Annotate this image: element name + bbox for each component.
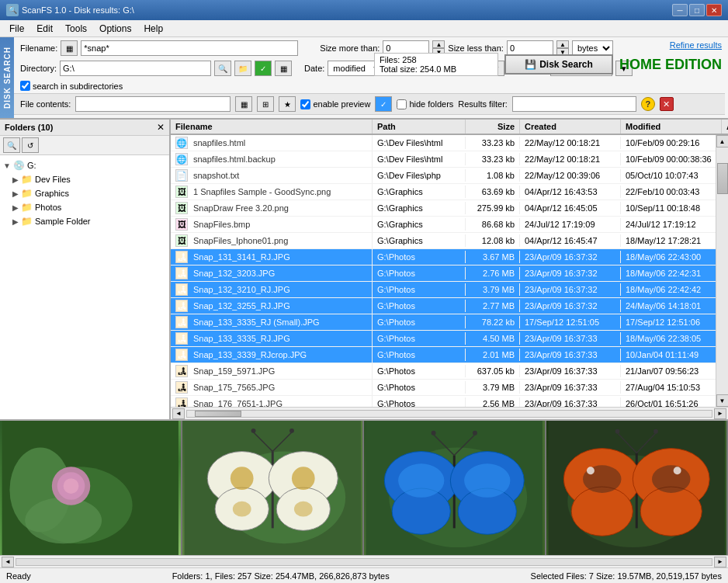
tree-item-g[interactable]: ▼ 💿 G: [0, 158, 169, 172]
file-cell-path: G:\Photos [373, 283, 466, 296]
table-row[interactable]: 🏞 Snap_175_7565.JPG G:\Photos 3.79 MB 23… [171, 380, 716, 396]
table-row[interactable]: 🏞 Snap_131_3141_RJ.JPG G:\Photos 3.67 MB… [171, 249, 716, 265]
svg-point-30 [464, 463, 510, 497]
menu-tools[interactable]: Tools [59, 22, 93, 35]
file-cell-name: 🏞 Snap_132_3210_RJ.JPG [171, 282, 373, 297]
close-button[interactable]: ✕ [706, 4, 722, 16]
table-row[interactable]: 🏞 Snap_133_3335_RJ (Small).JPG G:\Photos… [171, 314, 716, 331]
col-header-created[interactable]: Created [520, 120, 621, 134]
scroll-thumb[interactable] [717, 163, 728, 194]
menu-edit[interactable]: Edit [30, 22, 59, 35]
file-cell-path: G:\Graphics [373, 234, 466, 247]
dir-btn1[interactable]: 🔍 [214, 61, 231, 76]
tree-item-label: Photos [35, 203, 61, 212]
file-cell-modified: 10/Jan/04 01:11:49 [621, 349, 716, 361]
file-cell-name: 🏞 Snap_176_7651-1.JPG [171, 396, 373, 407]
file-cell-created: 23/Apr/09 16:37:32 [520, 267, 621, 279]
h-scroll-thumb[interactable] [195, 411, 241, 417]
bottom-hscroll[interactable]: ◄ ► [0, 555, 728, 567]
dir-btn3[interactable]: ✓ [255, 61, 272, 76]
scroll-up-btn[interactable]: ▲ [716, 135, 729, 147]
help-icon[interactable]: ? [641, 97, 655, 111]
dir-btn2[interactable]: 📁 [234, 61, 251, 76]
col-header-size[interactable]: Size [466, 120, 520, 134]
vertical-scrollbar[interactable]: ▲ ▼ [716, 135, 728, 407]
table-row[interactable]: 🌐 snapfiles.html G:\Dev Files\html 33.23… [171, 135, 716, 151]
table-row[interactable]: 🏞 Snap_176_7651-1.JPG G:\Photos 2.56 MB … [171, 396, 716, 407]
bottom-hscroll-left[interactable]: ◄ [2, 557, 14, 567]
file-cell-size: 2.76 MB [466, 267, 520, 279]
tree-item-samplefolder[interactable]: ▶ 📁 Sample Folder [0, 214, 169, 228]
file-type-icon: 🏞 [175, 397, 188, 407]
file-cell-modified: 21/Jan/07 09:56:23 [621, 365, 716, 377]
table-row[interactable]: 🖼 1 Snapfiles Sample - GoodSync.png G:\G… [171, 184, 716, 200]
table-row[interactable]: 🏞 Snap_132_3210_RJ.JPG G:\Photos 3.79 MB… [171, 282, 716, 298]
file-cell-created: 23/Apr/09 16:37:32 [520, 283, 621, 296]
disk-search-icon: 💾 [525, 59, 536, 70]
file-cell-path: G:\Graphics [373, 202, 466, 214]
col-header-filename[interactable]: Filename [171, 120, 373, 134]
hide-folders-checkbox[interactable] [397, 99, 407, 109]
hide-folders-label[interactable]: hide folders [397, 99, 453, 109]
file-cell-created: 23/Apr/09 16:37:33 [520, 332, 621, 345]
table-row[interactable]: 📄 snapshot.txt G:\Dev Files\php 1.08 kb … [171, 168, 716, 184]
folders-search-btn[interactable]: 🔍 [3, 137, 20, 153]
table-row[interactable]: 🏞 Snap_132_3203.JPG G:\Photos 2.76 MB 23… [171, 265, 716, 282]
tree-item-label: Sample Folder [35, 217, 91, 226]
directory-label: Directory: [20, 64, 57, 73]
dir-btn4[interactable]: ▦ [275, 61, 292, 76]
tree-item-photos[interactable]: ▶ 📁 Photos [0, 200, 169, 214]
disk-search-button[interactable]: 💾 Disk Search [504, 54, 613, 75]
minimize-button[interactable]: ─ [672, 4, 688, 16]
file-cell-modified: 24/May/06 14:18:01 [621, 300, 716, 312]
file-contents-input[interactable] [75, 96, 231, 112]
file-cell-name: 🖼 1 Snapfiles Sample - GoodSync.png [171, 184, 373, 200]
maximize-button[interactable]: □ [689, 4, 705, 16]
menu-help[interactable]: Help [137, 22, 169, 35]
menu-file[interactable]: File [3, 22, 30, 35]
table-row[interactable]: 🌐 snapfiles.html.backup G:\Dev Files\htm… [171, 151, 716, 168]
h-scroll-left-btn[interactable]: ◄ [172, 408, 185, 419]
table-row[interactable]: 🖼 SnapFiles.bmp G:\Graphics 86.68 kb 24/… [171, 217, 716, 233]
table-row[interactable]: 🖼 SnapFiles_Iphone01.png G:\Graphics 12.… [171, 233, 716, 249]
tree-item-graphics[interactable]: ▶ 📁 Graphics [0, 186, 169, 200]
folders-close-btn[interactable]: ✕ [157, 122, 165, 133]
subdirs-checkbox[interactable] [20, 81, 30, 91]
file-cell-size: 637.05 kb [466, 365, 520, 377]
preview-toggle-btn[interactable]: ✓ [375, 96, 392, 112]
tree-item-devfiles[interactable]: ▶ 📁 Dev Files [0, 172, 169, 186]
file-cell-created: 04/Apr/12 16:43:53 [520, 186, 621, 198]
fc-btn1[interactable]: ▦ [235, 96, 252, 112]
file-cell-path: G:\Dev Files\html [373, 153, 466, 165]
table-row[interactable]: 🏞 Snap_133_3339_RJcrop.JPG G:\Photos 2.0… [171, 347, 716, 363]
file-cell-path: G:\Dev Files\php [373, 169, 466, 182]
svg-point-34 [473, 431, 477, 436]
col-header-path[interactable]: Path [373, 120, 466, 134]
enable-preview-label[interactable]: enable preview [300, 99, 370, 109]
results-filter-input[interactable] [512, 96, 636, 112]
subdirs-checkbox-label[interactable]: search in subdirectories [20, 81, 123, 91]
col-header-attrib[interactable]: Attribu [722, 120, 728, 134]
status-bar: Ready Folders: 1, Files: 257 Size: 254.4… [0, 567, 728, 583]
col-header-modified[interactable]: Modified [621, 120, 722, 134]
menu-options[interactable]: Options [93, 22, 137, 35]
bottom-hscroll-right[interactable]: ► [714, 557, 726, 567]
enable-preview-checkbox[interactable] [300, 99, 310, 109]
fc-btn3[interactable]: ★ [279, 96, 296, 112]
scroll-down-btn[interactable]: ▼ [716, 394, 729, 407]
filename-icon-btn1[interactable]: ▦ [61, 40, 78, 56]
filename-input[interactable] [81, 40, 298, 56]
table-row[interactable]: 🏞 Snap_159_5971.JPG G:\Photos 637.05 kb … [171, 363, 716, 380]
table-row[interactable]: 🖼 SnapDraw Free 3.20.png G:\Graphics 275… [171, 200, 716, 217]
refine-results-link[interactable]: Refine results [670, 40, 722, 50]
fc-btn2[interactable]: ⊞ [257, 96, 274, 112]
file-cell-name: 📄 snapshot.txt [171, 168, 373, 183]
folders-refresh-btn[interactable]: ↺ [22, 137, 39, 153]
h-scrollbar[interactable]: ◄ ► [171, 407, 728, 419]
table-row[interactable]: 🏞 Snap_132_3255_RJ.JPG G:\Photos 2.77 MB… [171, 298, 716, 314]
file-cell-created: 23/Apr/09 16:37:32 [520, 251, 621, 263]
h-scroll-right-btn[interactable]: ► [714, 408, 726, 419]
clear-icon[interactable]: ✕ [660, 97, 674, 111]
table-row[interactable]: 🏞 Snap_133_3335_RJ.JPG G:\Photos 4.50 MB… [171, 331, 716, 347]
directory-input[interactable] [60, 61, 211, 76]
